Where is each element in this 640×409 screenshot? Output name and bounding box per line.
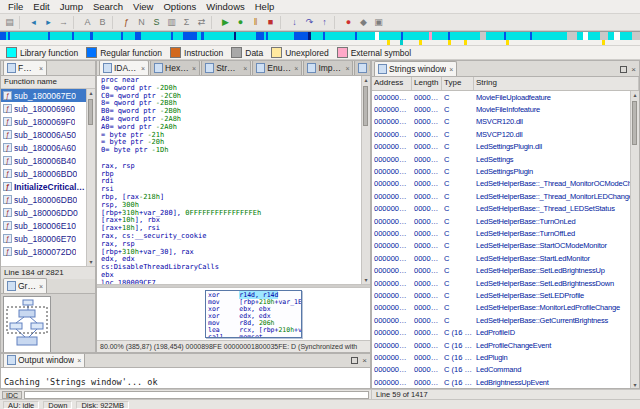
tab-structures[interactable]: Structures× [201,60,251,75]
interpreter-selector[interactable]: IDC [2,391,22,399]
tab-strings-window[interactable]: Strings window × [374,61,457,76]
start-process-icon[interactable]: ▶ [219,16,232,29]
menu-search[interactable]: Search [88,1,128,12]
attach-process-icon[interactable]: ● [234,16,247,29]
disassembly-scrollbar[interactable]: ▴ ▾ [361,76,370,284]
float-panel-icon[interactable] [351,357,358,364]
function-list-item[interactable]: ƒsub_180006960 [1,102,95,115]
tab-enums[interactable]: Enums× [252,60,302,75]
function-list-item[interactable]: ƒsub_1800072D0 [1,245,95,258]
scrollbar-thumb[interactable] [88,99,93,125]
strings-scrollbar[interactable]: ▴ ▾ [630,91,639,389]
string-row[interactable]: 00000001800000000025CLedSetHelperBase::S… [372,264,639,276]
string-row[interactable]: 0000000180000000002ACLedSetHelperBase::M… [372,302,639,314]
function-list-item[interactable]: ƒsub_1800069F0 [1,115,95,128]
scroll-up-icon[interactable]: ▴ [87,89,95,97]
navband-segment[interactable] [256,32,264,40]
menu-help[interactable]: Help [250,1,280,12]
function-list-item[interactable]: ƒsub_1800067E0 [1,89,95,102]
tab-exports[interactable]: Exports× [354,60,371,75]
disassembly-view[interactable]: proc near0= qword ptr -2D0hC0= qword ptr… [97,76,370,285]
strings-column-type[interactable]: Type [442,77,474,90]
watch-icon[interactable]: ◆ [357,16,370,29]
tab-hex-view-1[interactable]: Hex View-1× [150,60,200,75]
back-icon[interactable]: ◂ [27,16,40,29]
menu-view[interactable]: View [128,1,158,12]
load-file-icon[interactable]: ▤ [3,16,16,29]
string-row[interactable]: 00000001800000000015CMovieFileInfofeatur… [372,103,639,115]
strings-column-string[interactable]: String [474,77,639,90]
navband-segment[interactable] [294,32,308,40]
names-icon[interactable]: N [135,16,148,29]
scrollbar-thumb[interactable] [363,86,368,126]
graph-overview-thumbnail[interactable] [3,296,51,353]
navband-segment[interactable] [93,32,121,40]
string-row[interactable]: 00000001800000000027CLedSetHelperBase::G… [372,314,639,326]
menu-file[interactable]: File [3,1,28,12]
step-over-icon[interactable]: ↷ [303,16,316,29]
navband-segment[interactable] [74,32,90,40]
float-panel-icon[interactable] [620,66,627,73]
tab-output-window[interactable]: Output window × [3,353,85,367]
string-row[interactable]: 00000001800000000012CLedSettingsPlugin [372,165,639,177]
graph-overview-content[interactable] [1,294,95,353]
scroll-up-icon[interactable]: ▴ [362,76,370,84]
navband-segment[interactable] [567,32,577,40]
navband-segment[interactable] [632,32,640,40]
disassembly-code[interactable]: proc near0= qword ptr -2D0hC0= qword ptr… [101,77,261,285]
menu-jump[interactable]: Jump [55,1,88,12]
function-list-item[interactable]: ƒsub_180006A60 [1,141,95,154]
basic-block[interactable]: xor r14d, r14dmov [rbp+210h+var_1E0], rb… [205,290,302,338]
menu-edit[interactable]: Edit [28,1,54,12]
navband-segment[interactable] [50,32,72,40]
navband-segment[interactable] [600,32,608,40]
tab-functions-window[interactable]: Functions window × [3,60,47,75]
strings-column-length[interactable]: Length [412,77,442,90]
function-list-item[interactable]: ƒInitializeCriticalSectionAndSpinCount [1,180,95,193]
navband-segment[interactable] [183,32,197,40]
function-list-item[interactable]: ƒsub_180006B40 [1,154,95,167]
scroll-down-icon[interactable]: ▾ [87,258,95,266]
tab-imports[interactable]: Imports× [303,60,353,75]
navband-segment[interactable] [173,32,183,40]
navband-segment[interactable] [450,32,480,40]
close-panel-icon[interactable]: × [631,65,636,74]
navband-segment[interactable] [532,32,567,40]
stop-process-icon[interactable]: ■ [264,16,277,29]
navigation-band[interactable] [0,31,640,40]
command-input[interactable] [24,391,369,399]
close-panel-icon[interactable]: × [362,356,367,365]
function-list-item[interactable]: ƒsub_180006BD0 [1,167,95,180]
string-row[interactable]: 00000001800000000027CLedSetHelperBase::S… [372,277,639,289]
string-row[interactable]: 0000000180000000000DCMSVCP120.dll [372,128,639,140]
function-list-item[interactable]: ƒsub_180006A50 [1,128,95,141]
string-row[interactable]: 00000001800000000027CLedSetHelperBase::_… [372,203,639,215]
strings-icon[interactable]: S [150,16,163,29]
close-tab-icon[interactable]: × [345,65,349,72]
navband-segment[interactable] [620,32,632,40]
forward-icon[interactable]: ▸ [42,16,55,29]
structures-icon[interactable]: ▥ [165,16,178,29]
string-row[interactable]: 00000001800000000022CLedSetHelperBase::S… [372,252,639,264]
text-search-icon[interactable]: A [81,16,94,29]
string-row[interactable]: 0000000180000000002BCLedSetHelperBase::_… [372,190,639,202]
string-row[interactable]: 0000000180000000001CCLedSetHelperBase::T… [372,215,639,227]
navband-segment[interactable] [486,32,504,40]
function-list-item[interactable]: ƒsub_180006E10 [1,219,95,232]
navband-segment[interactable] [432,32,448,40]
scroll-up-icon[interactable]: ▴ [631,91,639,99]
navband-segment[interactable] [357,32,375,40]
strings-column-address[interactable]: Address [372,77,412,90]
breakpoint-icon[interactable]: ● [342,16,355,29]
scroll-down-icon[interactable]: ▾ [631,381,639,389]
scroll-down-icon[interactable]: ▾ [362,276,370,284]
string-row[interactable]: 00000001800000000020CLedSetHelperBase::S… [372,289,639,301]
string-row[interactable]: 0000000180000000000DCMSVCR120.dll [372,116,639,128]
string-row[interactable]: 00000001800000000014C (16 bits)LedPlugin [372,351,639,363]
tab-graph-overview[interactable]: Graph overview × [3,278,47,293]
navband-segment[interactable] [379,32,401,40]
jump-address-icon[interactable]: → [57,16,70,29]
function-list-scrollbar[interactable]: ▴ ▾ [86,89,95,266]
pause-process-icon[interactable]: ‖ [249,16,262,29]
navband-segment[interactable] [403,32,429,40]
